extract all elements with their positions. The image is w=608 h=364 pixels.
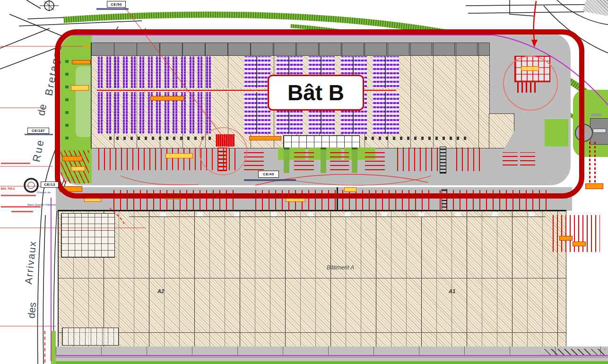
existing-structure (582, 0, 608, 16)
rail-hatch-marks (544, 349, 605, 355)
parcel-label-ce13: CE/13 (41, 182, 59, 188)
dock-door-row (129, 212, 545, 217)
building-a-floor-line (58, 278, 566, 278)
highlight-rectangle (55, 29, 584, 199)
street-label-des: des (26, 302, 38, 319)
annotation-bar (11, 211, 33, 212)
north-arrow-icon (40, 0, 59, 11)
annotation-bar (1, 163, 30, 164)
building-a-major-grid (58, 211, 566, 347)
annotation-bar (1, 195, 36, 196)
zone-a1-label: A1 (449, 290, 455, 293)
annotation-bar (1, 206, 41, 208)
annotation-chip (585, 183, 603, 189)
micro-label-bal: BAL 743.3 (1, 187, 15, 190)
south-landscape-strip (51, 361, 608, 364)
landscape-bar-west (51, 331, 56, 364)
annotation-bar (244, 179, 296, 181)
red-dash-line (589, 141, 591, 182)
parcel-label-ce49: CE/49 (258, 171, 279, 178)
parcel-label-ce187: CE/187 (27, 128, 49, 134)
annotation-chip (573, 242, 586, 246)
street-label-arrivaux: Arrivaux (23, 240, 39, 285)
red-dash-line (594, 141, 596, 182)
annotation-bar (96, 8, 129, 10)
zone-a2-label: A2 (157, 290, 164, 293)
micro-label-chemin: Chemin de (37, 191, 51, 194)
building-a-floor-line (58, 332, 566, 333)
south-road-band (56, 347, 608, 355)
annotation-chip (559, 236, 573, 241)
tank-label-chip (593, 129, 606, 133)
site-plan: Bâtiment A A2 A1 (0, 0, 608, 364)
building-a-offices (61, 213, 115, 258)
building-a-rooms-south (62, 328, 119, 346)
roundabout-icon (25, 179, 38, 192)
tank-label-chip (591, 113, 601, 116)
highlight-label: Bât B (287, 80, 344, 105)
racking-marking-east (553, 215, 600, 252)
street-label-de: de (35, 103, 49, 117)
building-a-label: Bâtiment A (327, 266, 354, 269)
highlight-label-box: Bât B (268, 75, 364, 111)
street-label-rue: Rue (30, 138, 47, 163)
parcel-label-ce50: CE/50 (107, 1, 126, 8)
annotation-bar (25, 134, 53, 135)
building-a: Bâtiment A A2 A1 (58, 210, 566, 348)
